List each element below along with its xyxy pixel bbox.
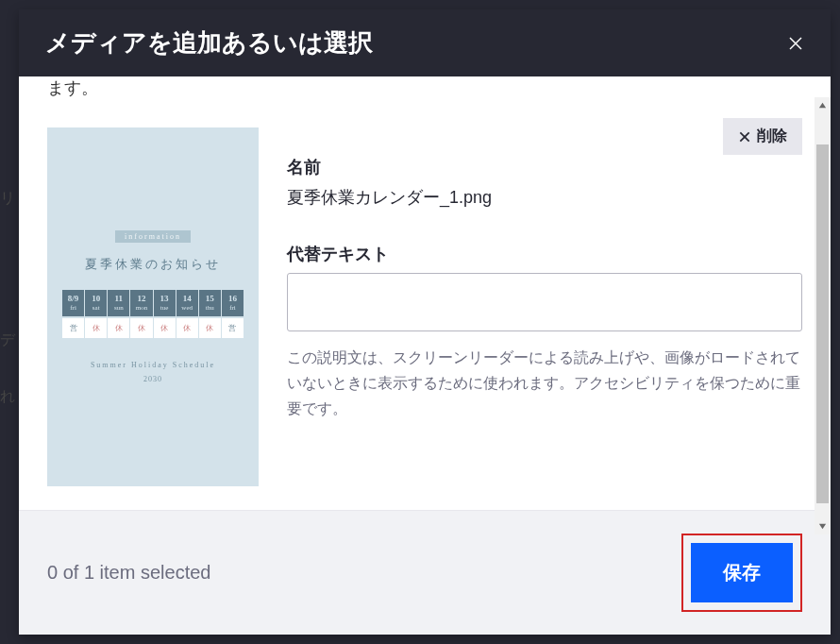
media-thumbnail[interactable]: information 夏季休業のお知らせ 8/9fri 10sat 11sun… (47, 127, 259, 486)
alt-text-label: 代替テキスト (287, 243, 802, 265)
save-button[interactable]: 保存 (691, 543, 793, 602)
close-icon[interactable] (787, 35, 804, 52)
media-details: 削除 名前 夏季休業カレンダー_1.png 代替テキスト この説明文は、スクリー… (287, 127, 802, 422)
modal-title: メディアを追加あるいは選択 (45, 26, 373, 59)
scrollbar-thumb[interactable] (816, 144, 829, 503)
thumb-badge: information (115, 230, 191, 243)
delete-label: 削除 (757, 127, 787, 146)
truncated-text: ます。 (47, 76, 802, 99)
modal-footer: 0 of 1 item selected 保存 (19, 510, 831, 635)
delete-button[interactable]: 削除 (723, 118, 802, 155)
scroll-down-icon[interactable] (818, 522, 827, 531)
svg-marker-5 (819, 524, 826, 529)
thumb-year: 2030 (143, 375, 162, 383)
thumb-title: 夏季休業のお知らせ (85, 256, 221, 273)
alt-text-input[interactable] (287, 273, 802, 331)
scrollbar-track[interactable] (815, 97, 831, 534)
close-icon (738, 130, 751, 144)
modal-header: メディアを追加あるいは選択 (19, 9, 831, 76)
thumb-calendar: 8/9fri 10sat 11sun 12mon 13tue 14wed 15t… (62, 290, 244, 317)
media-modal: メディアを追加あるいは選択 ます。 information 夏季休業のお知らせ … (19, 9, 831, 635)
content-row: information 夏季休業のお知らせ 8/9fri 10sat 11sun… (47, 127, 802, 486)
name-value: 夏季休業カレンダー_1.png (287, 186, 802, 209)
modal-body: ます。 information 夏季休業のお知らせ 8/9fri 10sat 1… (19, 76, 831, 510)
name-label: 名前 (287, 156, 802, 178)
thumb-status-row: 営 休 休 休 休 休 休 営 (62, 318, 244, 338)
scroll-up-icon[interactable] (818, 101, 827, 110)
alt-help-text: この説明文は、スクリーンリーダーによる読み上げや、画像がロードされていないときに… (287, 345, 802, 422)
thumb-subtitle: Summer Holiday Schedule (91, 361, 215, 369)
svg-marker-4 (819, 103, 826, 108)
selection-count: 0 of 1 item selected (47, 562, 210, 584)
save-highlight: 保存 (681, 534, 802, 612)
